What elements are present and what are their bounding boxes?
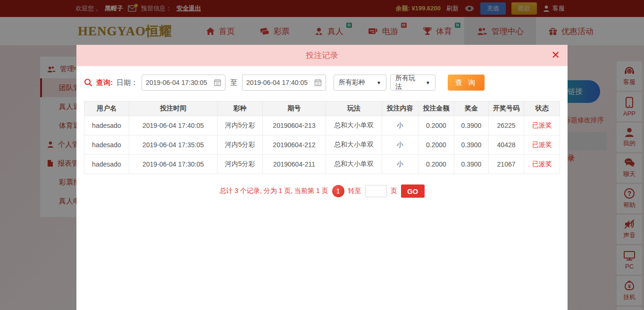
close-icon[interactable]: ✕ [552, 49, 560, 62]
col-issue: 期号 [262, 101, 326, 116]
col-username: 用户名 [84, 101, 129, 116]
status-badge: 已派奖 [524, 116, 560, 135]
table-row: hadesado 2019-06-04 17:30:05 河内5分彩 20190… [84, 155, 560, 174]
status-badge: 已派奖 [524, 135, 560, 155]
modal-title: 投注记录 [306, 50, 338, 61]
col-draw-number: 开奖号码 [488, 101, 524, 116]
table-row: hadesado 2019-06-04 17:40:05 河内5分彩 20190… [84, 116, 560, 135]
col-lottery: 彩种 [217, 101, 263, 116]
page-number-button[interactable]: 1 [332, 185, 344, 197]
goto-label: 转至 [348, 187, 361, 195]
date-from-input[interactable] [146, 79, 211, 86]
go-button[interactable]: GO [401, 184, 425, 198]
play-type-select[interactable]: 所有玩法 ▼ [390, 75, 435, 91]
modal-header: 投注记录 ✕ [76, 45, 568, 66]
date-to-wrapper [242, 75, 326, 91]
query-submit-button[interactable]: 查 询 [448, 75, 485, 91]
chevron-down-icon: ▼ [376, 80, 381, 85]
calendar-icon[interactable] [214, 79, 221, 86]
chevron-down-icon: ▼ [426, 80, 430, 85]
date-to-input[interactable] [246, 79, 311, 86]
col-bet-time: 投注时间 [129, 101, 217, 116]
pagination: 总计 3 个记录, 分为 1 页, 当前第 1 页 1 转至 页 GO [84, 184, 560, 198]
table-row: hadesado 2019-06-04 17:35:05 河内5分彩 20190… [84, 135, 560, 155]
col-play: 玩法 [326, 101, 382, 116]
lottery-type-select[interactable]: 所有彩种 ▼ [334, 75, 386, 91]
status-badge: 已派奖 [524, 155, 560, 174]
query-label: 查询: [96, 78, 113, 87]
query-form: 查询: 日期： 至 所有彩种 ▼ 所有玩法 ▼ 查 询 [84, 75, 560, 91]
col-bet-content: 投注内容 [382, 101, 418, 116]
date-to-separator: 至 [230, 78, 237, 87]
goto-page-input[interactable] [365, 185, 387, 197]
date-from-wrapper [142, 75, 226, 91]
col-status: 状态 [524, 101, 560, 116]
table-header-row: 用户名 投注时间 彩种 期号 玩法 投注内容 投注金额 奖金 开奖号码 状态 [84, 101, 560, 116]
page-unit-label: 页 [391, 187, 397, 195]
bet-records-modal: 投注记录 ✕ 查询: 日期： 至 所有彩种 ▼ 所有玩法 ▼ [76, 45, 568, 310]
date-label: 日期： [117, 78, 138, 87]
search-icon [84, 78, 92, 87]
pagination-summary: 总计 3 个记录, 分为 1 页, 当前第 1 页 [219, 187, 328, 195]
bet-records-table: 用户名 投注时间 彩种 期号 玩法 投注内容 投注金额 奖金 开奖号码 状态 h… [84, 101, 560, 174]
calendar-icon[interactable] [314, 79, 322, 86]
col-prize: 奖金 [454, 101, 489, 116]
col-bet-amount: 投注金额 [418, 101, 454, 116]
